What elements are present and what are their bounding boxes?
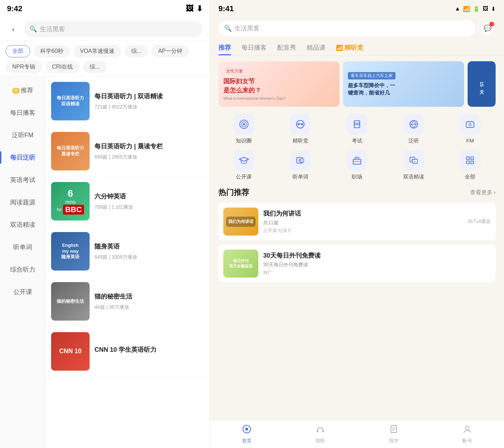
all-icon: [460, 150, 481, 171]
svg-point-1: [243, 123, 245, 125]
course-item-4[interactable]: Englishmy way随身英语 随身英语 649篇 | 3309万播放: [46, 226, 210, 276]
svg-rect-26: [467, 161, 469, 164]
exam-label: 考试: [352, 138, 362, 144]
filter-tab-other2[interactable]: 综...: [83, 61, 106, 73]
course-meta-4: 649篇 | 3309万播放: [94, 254, 204, 260]
icon-item-fm[interactable]: FM: [444, 114, 496, 144]
tab-premium[interactable]: 精品课: [307, 40, 326, 55]
sidebar-item-general[interactable]: 综合听力: [0, 258, 45, 281]
right-panel: 9:41 ▲ 📶 🔋 🖼 ⬇ 🔍 生活黑客 💬 推荐 每日播客 配音秀 精品课 …: [210, 0, 504, 448]
sidebar-item-fm[interactable]: 泛听FM: [0, 124, 45, 146]
back-button[interactable]: ‹: [7, 23, 20, 35]
fm-icon: [460, 114, 481, 135]
icon-item-listen[interactable]: 泛听: [388, 114, 439, 144]
listen-label: 泛听: [408, 138, 419, 144]
course-item-5[interactable]: 猫的秘密生活 猫的秘密生活 44篇 | 36万播放: [46, 276, 210, 327]
sidebar-item-bilingual[interactable]: 双语精读: [0, 214, 45, 236]
notification-button[interactable]: 💬: [479, 20, 496, 36]
svg-rect-24: [467, 157, 469, 160]
course-thumb-text-2: 每日英语听力晨读专栏: [54, 142, 87, 160]
sidebar-item-daily-podcast[interactable]: 每日播客: [0, 102, 45, 124]
notification-badge: [489, 22, 494, 27]
search-header-left: ‹ 🔍 生活黑客: [0, 18, 210, 41]
bottom-nav-account[interactable]: 帐号: [430, 424, 504, 444]
all-label: 全部: [465, 174, 475, 180]
hot-title-2: 30天每日外刊免费读: [263, 251, 486, 260]
sidebar-item-exam[interactable]: 英语考试: [0, 169, 45, 191]
sidebar-item-reading[interactable]: 阅读题源: [0, 191, 45, 214]
time-right: 9:41: [218, 4, 234, 13]
sidebar-item-daily-listen[interactable]: 每日泛听: [0, 146, 45, 169]
womens-day-title: 国际妇女节是怎么来的？: [223, 77, 261, 94]
sidebar-item-opencourse[interactable]: 公开课: [0, 281, 45, 303]
bottom-nav-home[interactable]: 首页: [210, 424, 284, 444]
icon-item-exam[interactable]: 100 考试: [331, 114, 383, 144]
section-header-hot: 热门推荐 查看更多 ›: [218, 187, 496, 198]
course-item-2[interactable]: 每日英语听力晨读专栏 每日英语听力 | 晨读专栏 694篇 | 2865万播放: [46, 126, 210, 176]
course-info-3: 六分钟英语 709篇 | 1.1亿播放: [94, 192, 204, 210]
search-icon-left: 🔍: [29, 25, 37, 33]
search-box-right[interactable]: 🔍 生活黑客: [218, 20, 475, 36]
banner-car[interactable]: 看车买车就上汽车之家 超多车型降价中，一键查询，能省好几: [343, 61, 464, 107]
course-item-6[interactable]: CNN 10 CNN 10 学生英语听力: [46, 327, 210, 377]
search-box-left[interactable]: 🔍 生活黑客: [24, 21, 203, 37]
work-icon: [346, 150, 368, 171]
bottom-nav-study[interactable]: 我学: [357, 424, 430, 444]
sidebar-item-recommend[interactable]: 荐推荐: [0, 79, 45, 102]
tab-jingting[interactable]: 📶 精听党: [336, 40, 363, 55]
filter-tab-npr[interactable]: NPR专辑: [6, 61, 42, 73]
womens-day-badge: 女性力量: [223, 68, 246, 75]
icon-item-bilingual[interactable]: AA. 双语精读: [388, 150, 439, 180]
bottom-nav: 首页 我听 我学 帐号: [210, 420, 504, 448]
see-more-hot[interactable]: 查看更多 ›: [470, 189, 496, 196]
icon-item-work[interactable]: 职场: [331, 150, 383, 180]
listen-bottom-icon: [315, 424, 325, 436]
svg-point-36: [465, 426, 469, 429]
right-search-header: 🔍 生活黑客 💬: [210, 18, 504, 40]
course-item-3[interactable]: 6 mins for BBC 六分钟英语 709篇 | 1.1亿播放: [46, 176, 210, 226]
course-meta-2: 694篇 | 2865万播放: [94, 154, 204, 160]
chevron-right-icon: ›: [494, 189, 496, 196]
filter-tab-other1[interactable]: 综...: [125, 45, 148, 57]
filter-tab-all[interactable]: 全部: [6, 45, 30, 57]
signal-icon: 📶: [463, 6, 470, 12]
svg-rect-25: [471, 157, 474, 160]
search-placeholder-right: 生活黑客: [234, 24, 260, 33]
filter-tab-cri[interactable]: CRI在线: [46, 61, 80, 73]
hot-item-2[interactable]: 每日外刊双天全额返现 30天每日外刊免费读 30天每日外刊免费读 推广: [218, 245, 496, 282]
filter-tab-science60[interactable]: 科学60秒: [34, 45, 70, 57]
course-info-4: 随身英语 649篇 | 3309万播放: [94, 242, 204, 260]
course-item-1[interactable]: 每日英语听力双语精读 每日英语听力 | 双语精读 721篇 | 9022万播放: [46, 76, 210, 126]
icon-item-all[interactable]: 全部: [444, 150, 496, 180]
svg-rect-27: [471, 161, 474, 164]
sidebar-item-words[interactable]: 听单词: [0, 236, 45, 258]
icon-item-knowledge[interactable]: 知识圈: [218, 114, 270, 144]
search-placeholder-left: 生活黑客: [40, 25, 65, 33]
course-info-6: CNN 10 学生英语听力: [94, 345, 204, 357]
course-info-2: 每日英语听力 | 晨读专栏 694篇 | 2865万播放: [94, 142, 204, 160]
hot-item-1[interactable]: 我们为何讲话 我们为何讲话 共11篇 公开课·纪录片 36714播放: [218, 203, 496, 240]
fm-label: FM: [466, 138, 474, 144]
hot-info-1: 我们为何讲话 共11篇 公开课·纪录片: [263, 209, 462, 234]
banner-womens-day[interactable]: 女性力量 国际妇女节是怎么来的？ What is International W…: [218, 61, 340, 107]
bottom-nav-listen[interactable]: 我听: [284, 424, 357, 444]
battery-icon: 🔋: [473, 6, 480, 12]
jingting-icon-circle: [290, 114, 311, 135]
tab-dubbing[interactable]: 配音秀: [277, 40, 296, 55]
tab-daily[interactable]: 每日播客: [241, 40, 267, 55]
icon-item-jingting[interactable]: 精听党: [275, 114, 326, 144]
filter-tab-voa[interactable]: VOA常速慢速: [74, 45, 121, 57]
left-content: 荐推荐 每日播客 泛听FM 每日泛听 英语考试 阅读题源 双语精读 听单词 综合…: [0, 76, 210, 448]
course-thumb-text-1: 每日英语听力双语精读: [54, 92, 87, 110]
hot-thumb-2: 每日外刊双天全额返现: [223, 250, 258, 278]
tab-recommend[interactable]: 推荐: [218, 40, 231, 55]
icon-item-opencourse[interactable]: 公开课: [218, 150, 270, 180]
course-thumb-2: 每日英语听力晨读专栏: [51, 132, 90, 170]
wifi-icon: ▲: [455, 6, 460, 12]
banner-extra[interactable]: 15天: [468, 61, 496, 107]
right-tabs: 推荐 每日播客 配音秀 精品课 📶 精听党: [210, 40, 504, 56]
jingting-label: 精听党: [344, 43, 363, 52]
filter-tab-ap[interactable]: AP一分钟: [152, 45, 189, 57]
icon-item-words[interactable]: AA 听单词: [275, 150, 326, 180]
course-thumb-text-6: CNN 10: [56, 344, 84, 358]
